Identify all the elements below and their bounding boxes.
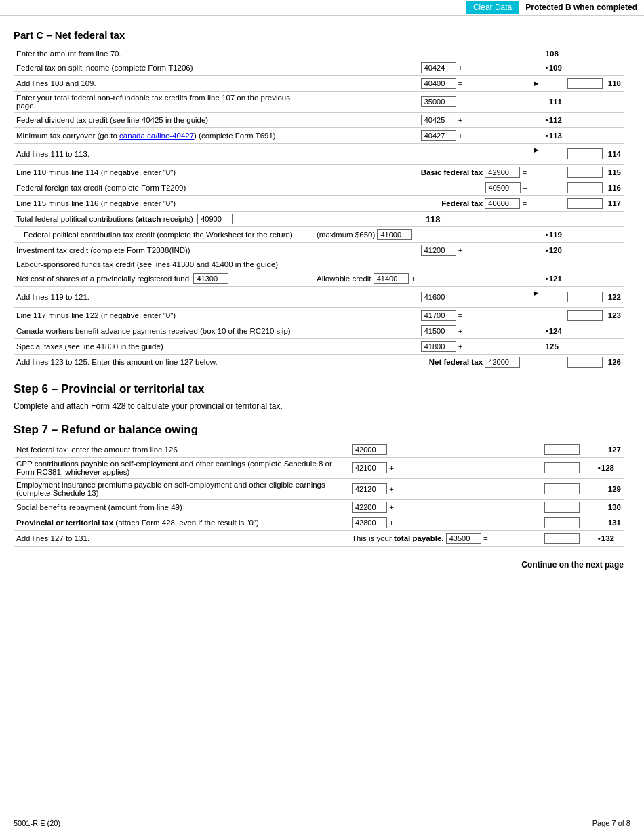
table-row: Investment tax credit (complete Form T20… [14, 243, 624, 258]
clear-data-button[interactable]: Clear Data [466, 1, 519, 14]
field-42000-s7[interactable]: 42000 [352, 444, 387, 455]
row-desc: Provincial or territorial tax (attach Fo… [14, 515, 349, 531]
line-number: 110 [605, 76, 624, 92]
field-126-result[interactable] [567, 357, 603, 368]
line-number: 116 [605, 180, 624, 196]
table-row: Add lines 127 to 131. This is your total… [14, 531, 624, 547]
row-desc: Add lines 127 to 131. [14, 531, 349, 547]
field-129-result[interactable] [544, 483, 580, 494]
main-content: Part C – Net federal tax Enter the amoun… [0, 16, 644, 576]
field-128-result[interactable] [544, 462, 580, 473]
table-row: Enter the amount from line 70. 108 [14, 47, 624, 60]
table-row: Total federal political contributions (a… [14, 212, 624, 227]
field-42200[interactable]: 42200 [352, 502, 387, 513]
row-desc: Federal political contribution tax credi… [14, 227, 314, 243]
table-row: Net cost of shares of a provincially reg… [14, 271, 624, 287]
field-40400[interactable]: 40400 [421, 78, 456, 89]
field-40427[interactable]: 40427 [421, 130, 456, 141]
row-desc: Net federal tax: enter the amount from l… [14, 442, 349, 458]
step7-section: Step 7 – Refund or balance owing [14, 423, 624, 437]
table-row: Minimum tax carryover (go to canada.ca/l… [14, 128, 624, 144]
line-number: 131 [595, 515, 624, 531]
line-number: 120 [546, 246, 562, 254]
row-desc: Add lines 111 to 113. [14, 144, 314, 165]
field-40500[interactable]: 40500 [485, 182, 521, 193]
table-row: Federal tax on split income (complete Fo… [14, 60, 624, 76]
line-number: 129 [595, 479, 624, 500]
table-row: Line 115 minus line 116 (if negative, en… [14, 196, 624, 212]
field-42900[interactable]: 42900 [485, 167, 520, 178]
line-number: 113 [546, 132, 562, 140]
field-40600[interactable]: 40600 [485, 198, 520, 209]
table-row: Employment insurance premiums payable on… [14, 479, 624, 500]
row-desc: Special taxes (see line 41800 in the gui… [14, 339, 314, 355]
step6-section: Step 6 – Provincial or territorial tax C… [14, 382, 624, 411]
table-row: Net federal tax: enter the amount from l… [14, 442, 624, 458]
table-row: Labour-sponsored funds tax credit (see l… [14, 258, 624, 271]
row-desc: Line 110 minus line 114 (if negative, en… [14, 165, 314, 180]
table-row: Add lines 111 to 113. = ► – 114 [14, 144, 624, 165]
row-desc: CPP contributions payable on self-employ… [14, 458, 349, 479]
field-41700[interactable]: 41700 [421, 310, 456, 321]
line-number: 108 [546, 49, 559, 58]
field-43500[interactable]: 43500 [446, 533, 481, 544]
line-number: 114 [605, 144, 624, 165]
line-number: 126 [605, 355, 624, 370]
field-41300[interactable]: 41300 [193, 273, 228, 284]
line-number: 122 [605, 287, 624, 308]
field-40900[interactable]: 40900 [197, 214, 233, 224]
row-desc: Minimum tax carryover (go to canada.ca/l… [14, 128, 314, 144]
field-40425[interactable]: 40425 [421, 115, 456, 125]
field-42000[interactable]: 42000 [485, 357, 520, 368]
field-122-result[interactable] [567, 292, 603, 302]
field-41500[interactable]: 41500 [421, 325, 456, 336]
table-row: Add lines 108 and 109. 40400 = ► 110 [14, 76, 624, 92]
field-42120[interactable]: 42120 [352, 483, 387, 494]
row-desc: Enter your total federal non-refundable … [14, 92, 314, 113]
field-41200[interactable]: 41200 [421, 245, 456, 256]
row-desc: Canada workers benefit advance payments … [14, 323, 314, 339]
field-117-result[interactable] [567, 198, 603, 209]
line-number: 123 [605, 308, 624, 323]
field-115-result[interactable] [567, 167, 603, 178]
row-desc: Line 115 minus line 116 (if negative, en… [14, 196, 314, 212]
field-116-result[interactable] [567, 182, 603, 193]
field-41800[interactable]: 41800 [421, 341, 456, 352]
line-number: 109 [546, 64, 562, 72]
field-41000[interactable]: 41000 [377, 229, 412, 240]
row-desc: Add lines 123 to 125. Enter this amount … [14, 355, 314, 370]
field-123-result[interactable] [567, 310, 603, 321]
field-42800[interactable]: 42800 [352, 517, 387, 528]
page-number: Page 7 of 8 [592, 819, 630, 827]
table-row: Line 110 minus line 114 (if negative, en… [14, 165, 624, 180]
field-110-result[interactable] [567, 78, 603, 89]
field-40424[interactable]: 40424 [421, 62, 456, 73]
canada-ca-link[interactable]: canada.ca/line-40427 [119, 132, 194, 140]
row-desc: Add lines 119 to 121. [14, 287, 314, 308]
line-number: 121 [546, 275, 562, 283]
line-number: 124 [546, 327, 562, 335]
row-desc: Add lines 108 and 109. [14, 76, 314, 92]
table-row: Enter your total federal non-refundable … [14, 92, 624, 113]
field-131-result[interactable] [544, 517, 580, 528]
line-number: 115 [605, 165, 624, 180]
step7-title: Step 7 – Refund or balance owing [14, 423, 624, 437]
field-130-result[interactable] [544, 502, 580, 513]
line-number: 128 [598, 464, 614, 472]
row-desc: Federal dividend tax credit (see line 40… [14, 113, 314, 128]
field-114-result[interactable] [567, 148, 603, 159]
line-number: 117 [605, 196, 624, 212]
field-41600[interactable]: 41600 [421, 292, 456, 302]
field-132-result[interactable] [544, 533, 580, 544]
field-41400[interactable]: 41400 [374, 273, 409, 284]
table-row: Social benefits repayment (amount from l… [14, 500, 624, 515]
line-number: 119 [546, 231, 562, 239]
field-42100[interactable]: 42100 [352, 462, 387, 473]
row-desc: Labour-sponsored funds tax credit (see l… [14, 258, 624, 271]
part-c-title: Part C – Net federal tax [14, 29, 624, 41]
table-row: Federal dividend tax credit (see line 40… [14, 113, 624, 128]
continue-text: Continue on the next page [14, 560, 624, 570]
field-127-result[interactable] [544, 444, 580, 455]
field-35000[interactable]: 35000 [421, 96, 456, 107]
step6-desc: Complete and attach Form 428 to calculat… [14, 401, 624, 411]
